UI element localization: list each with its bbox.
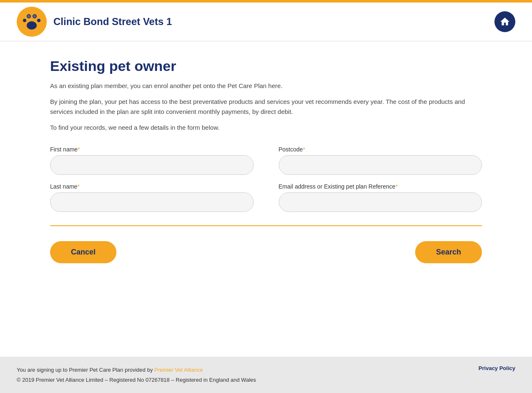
- email-label: Email address or Existing pet plan Refer…: [279, 183, 482, 190]
- footer-line2: © 2019 Premier Vet Alliance Limited – Re…: [17, 375, 256, 385]
- postcode-label: Postcode*: [279, 146, 482, 153]
- logo: [17, 7, 47, 37]
- description-1: As an existing plan member, you can enro…: [50, 81, 482, 91]
- cancel-button[interactable]: Cancel: [50, 241, 116, 263]
- header-left: Clinic Bond Street Vets 1: [17, 7, 172, 37]
- logo-icon: [20, 10, 43, 33]
- footer-left: You are signing up to Premier Pet Care P…: [17, 365, 256, 385]
- last-name-input[interactable]: [50, 192, 254, 212]
- form-grid: First name* Postcode* Last name* Email a…: [50, 146, 482, 212]
- footer-line1: You are signing up to Premier Pet Care P…: [17, 365, 256, 375]
- header: Clinic Bond Street Vets 1: [0, 3, 532, 41]
- last-name-label: Last name*: [50, 183, 254, 190]
- svg-point-6: [33, 15, 36, 18]
- svg-point-5: [28, 15, 30, 18]
- description-3: To find your records, we need a few deta…: [50, 123, 482, 133]
- search-button[interactable]: Search: [415, 241, 482, 263]
- home-button[interactable]: [494, 11, 515, 32]
- footer: You are signing up to Premier Pet Care P…: [0, 357, 532, 393]
- svg-point-3: [37, 19, 40, 22]
- home-icon: [499, 16, 510, 27]
- postcode-input[interactable]: [279, 155, 482, 175]
- button-row: Cancel Search: [50, 241, 482, 263]
- form-divider: [50, 225, 482, 226]
- clinic-title: Clinic Bond Street Vets 1: [53, 16, 172, 28]
- email-input[interactable]: [279, 192, 482, 212]
- svg-point-4: [27, 21, 37, 30]
- page-heading: Existing pet owner: [50, 58, 482, 74]
- first-name-input[interactable]: [50, 155, 254, 175]
- postcode-group: Postcode*: [279, 146, 482, 175]
- first-name-group: First name*: [50, 146, 254, 175]
- privacy-policy-link[interactable]: Privacy Policy: [479, 365, 515, 371]
- svg-point-2: [23, 19, 26, 22]
- premier-vet-alliance-link[interactable]: Premier Vet Alliance: [154, 367, 203, 373]
- description-2: By joining the plan, your pet has access…: [50, 97, 482, 117]
- main-content: Existing pet owner As an existing plan m…: [0, 41, 532, 357]
- last-name-group: Last name*: [50, 183, 254, 212]
- first-name-label: First name*: [50, 146, 254, 153]
- email-group: Email address or Existing pet plan Refer…: [279, 183, 482, 212]
